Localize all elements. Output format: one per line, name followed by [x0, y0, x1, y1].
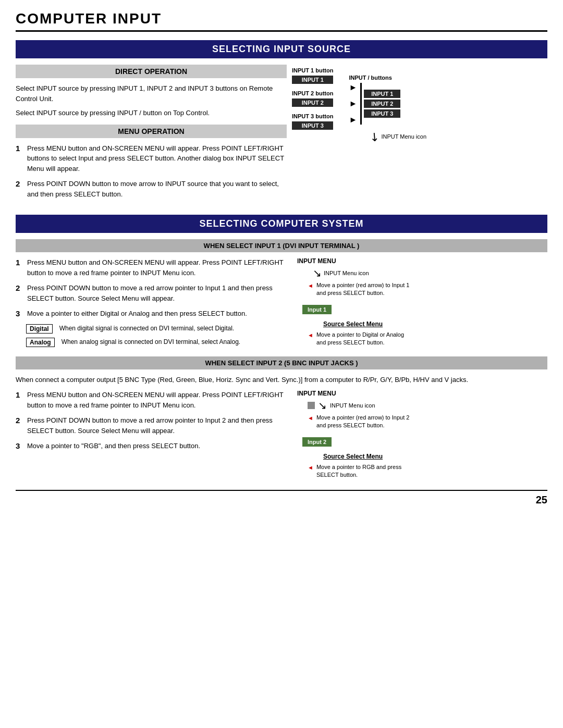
sub1-step2-text: Press POINT DOWN button to move a red ar… — [27, 283, 287, 303]
sub2-num3: 3 — [16, 441, 23, 450]
page-number: 25 — [16, 490, 547, 506]
input2-box-left: INPUT 2 — [292, 98, 333, 107]
sub1-move-pointer-note2: Move a pointer to Digital or Analog and … — [316, 331, 410, 347]
subsection2-header: WHEN SELECT INPUT 2 (5 BNC INPUT JACKS ) — [16, 356, 547, 369]
input-slash-buttons-label: INPUT / buttons — [349, 75, 392, 81]
sub2-input2-box: Input 2 — [302, 437, 332, 447]
menu-operation-block: MENU OPERATION 1 Press MENU button and O… — [16, 125, 287, 200]
input-menu-icon-label: INPUT Menu icon — [381, 133, 426, 140]
direct-operation-block: DIRECT OPERATION Select INPUT source by … — [16, 65, 287, 118]
sub1-num2: 2 — [16, 283, 23, 292]
section-selecting-input-source: SELECTING INPUT SOURCE DIRECT OPERATION … — [16, 40, 547, 204]
section1-header: SELECTING INPUT SOURCE — [16, 40, 547, 58]
direct-operation-header: DIRECT OPERATION — [16, 65, 287, 78]
menu-op-step2: 2 Press POINT DOWN button to move arrow … — [16, 179, 287, 199]
sub1-input-menu-label: INPUT MENU — [297, 257, 547, 265]
sub2-step1-text: Press MENU button and ON-SCREEN MENU wil… — [27, 390, 287, 410]
sub1-step3: 3 Move a pointer to either Digital or An… — [16, 309, 287, 319]
sub1-step3-text: Move a pointer to either Digital or Anal… — [27, 309, 247, 319]
digital-row: Digital When digital signal is connected… — [26, 324, 287, 334]
direct-op-text2: Select INPUT source by pressing INPUT / … — [16, 108, 287, 118]
digital-text: When digital signal is connected on DVI … — [59, 324, 235, 333]
section1-right: INPUT 1 button INPUT 1 INPUT 2 button IN… — [292, 65, 547, 204]
menu-op-step2-text: Press POINT DOWN button to move arrow to… — [27, 179, 287, 199]
sub1-step2: 2 Press POINT DOWN button to move a red … — [16, 283, 287, 303]
sub1-source-select-label: Source Select Menu — [323, 320, 547, 328]
input2-button-label: INPUT 2 button — [292, 90, 333, 96]
input2-box-right: INPUT 2 — [364, 100, 400, 108]
menu-op-step1-text: Press MENU button and ON-SCREEN MENU wil… — [27, 143, 287, 174]
input1-button-label: INPUT 1 button — [292, 67, 333, 73]
sub2-menu-icon-text: INPUT Menu icon — [330, 402, 375, 409]
section1-left: DIRECT OPERATION Select INPUT source by … — [16, 65, 287, 204]
sub2-step3: 3 Move a pointer to "RGB", and then pres… — [16, 441, 287, 451]
input-right-diagram: INPUT / buttons ► ► ► — [349, 75, 426, 142]
section2-header: SELECTING COMPUTER SYSTEM — [16, 215, 547, 233]
sub2-menu-arrow-icon: ↘ — [318, 399, 327, 412]
sub1-input1-box: Input 1 — [302, 305, 332, 314]
subsection1-block: WHEN SELECT INPUT 1 (DVI INPUT TERMINAL … — [16, 239, 547, 347]
section-selecting-computer-system: SELECTING COMPUTER SYSTEM WHEN SELECT IN… — [16, 215, 547, 479]
sub2-step3-text: Move a pointer to "RGB", and then press … — [27, 441, 200, 451]
sub1-menu-icon-text: INPUT Menu icon — [324, 270, 369, 276]
subsection1-header: WHEN SELECT INPUT 1 (DVI INPUT TERMINAL … — [16, 239, 547, 252]
subsection2-block: WHEN SELECT INPUT 2 (5 BNC INPUT JACKS )… — [16, 356, 547, 479]
sub1-step1: 1 Press MENU button and ON-SCREEN MENU w… — [16, 257, 287, 278]
menu-op-step1: 1 Press MENU button and ON-SCREEN MENU w… — [16, 143, 287, 174]
input1-box-left: INPUT 1 — [292, 76, 333, 84]
sub1-num1: 1 — [16, 258, 23, 267]
step-num-2: 2 — [16, 179, 23, 188]
sub2-source-select-label: Source Select Menu — [323, 453, 547, 460]
sub2-input-menu-label: INPUT MENU — [297, 390, 547, 397]
menu-operation-header: MENU OPERATION — [16, 125, 287, 138]
sub1-menu-arrow-icon: ↘ — [313, 267, 322, 279]
sub2-small-gray-icon — [308, 402, 315, 409]
analog-row: Analog When analog signal is connected o… — [26, 338, 287, 347]
subsection2-left: 1 Press MENU button and ON-SCREEN MENU w… — [16, 390, 287, 479]
page-title: COMPUTER INPUT — [16, 10, 547, 32]
analog-button[interactable]: Analog — [26, 338, 55, 347]
sub2-num1: 1 — [16, 390, 23, 399]
stacked-inputs-right: INPUT 1 INPUT 2 INPUT 3 — [364, 90, 400, 118]
input3-button-label: INPUT 3 button — [292, 113, 333, 119]
sub2-move-pointer-note1: Move a pointer (red arrow) to Input 2 an… — [316, 414, 410, 430]
input1-box-right: INPUT 1 — [364, 90, 400, 98]
sub2-step1: 1 Press MENU button and ON-SCREEN MENU w… — [16, 390, 287, 410]
sub1-num3: 3 — [16, 309, 23, 318]
direct-op-text1: Select INPUT source by pressing INPUT 1,… — [16, 83, 287, 104]
sub2-step2-text: Press POINT DOWN button to move a red ar… — [27, 415, 287, 436]
input-menu-arrow-icon: ↘ — [367, 129, 382, 144]
sub2-move-pointer-note2: Move a pointer to RGB and press SELECT b… — [316, 463, 410, 479]
sub1-move-pointer-note1: Move a pointer (red arrow) to Input 1 an… — [316, 281, 410, 298]
input3-box-right: INPUT 3 — [364, 109, 400, 118]
digital-button[interactable]: Digital — [26, 324, 53, 334]
sub2-num2: 2 — [16, 416, 23, 425]
input-left-labels: INPUT 1 button INPUT 1 INPUT 2 button IN… — [292, 67, 333, 130]
input3-box-left: INPUT 3 — [292, 121, 333, 130]
analog-text: When analog signal is connected on DVI t… — [62, 338, 241, 347]
subsection2-right: INPUT MENU ↘ INPUT Menu icon ◄ Move a po… — [292, 390, 547, 479]
subsection1-right: INPUT MENU ↘ INPUT Menu icon ◄ Move a po… — [292, 257, 547, 347]
subsection1-left: 1 Press MENU button and ON-SCREEN MENU w… — [16, 257, 287, 347]
step-num-1: 1 — [16, 144, 23, 153]
sub1-step1-text: Press MENU button and ON-SCREEN MENU wil… — [27, 257, 287, 278]
subsection2-intro: When connect a computer output [5 BNC Ty… — [16, 375, 547, 385]
sub2-step2: 2 Press POINT DOWN button to move a red … — [16, 415, 287, 436]
